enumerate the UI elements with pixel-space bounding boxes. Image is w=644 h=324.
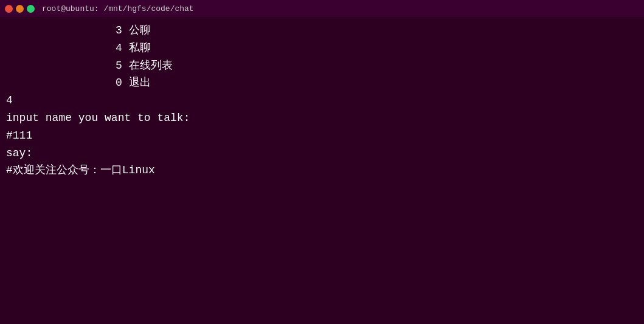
prompt-say: say: xyxy=(6,145,638,162)
message-output: #欢迎关注公众号：一口Linux xyxy=(6,162,638,179)
menu-item-tuichu: 0 退出 xyxy=(6,74,638,92)
window-title: root@ubuntu: /mnt/hgfs/code/chat xyxy=(42,4,194,13)
minimize-button[interactable] xyxy=(16,5,24,13)
menu-item-zaixian: 5 在线列表 xyxy=(6,57,638,75)
menu-item-gongju: 3 公聊 xyxy=(6,22,638,40)
terminal-body: 3 公聊 4 私聊 5 在线列表 0 退出 4 input name you w… xyxy=(0,17,644,184)
prompt-name: input name you want to talk: xyxy=(6,109,638,127)
menu-item-siju: 4 私聊 xyxy=(6,40,638,57)
input-name-value: #111 xyxy=(6,127,638,145)
maximize-button[interactable] xyxy=(27,5,35,13)
close-button[interactable] xyxy=(5,5,13,13)
input-selection: 4 xyxy=(6,92,638,109)
title-bar: root@ubuntu: /mnt/hgfs/code/chat xyxy=(0,0,644,17)
window-controls[interactable] xyxy=(5,5,35,13)
